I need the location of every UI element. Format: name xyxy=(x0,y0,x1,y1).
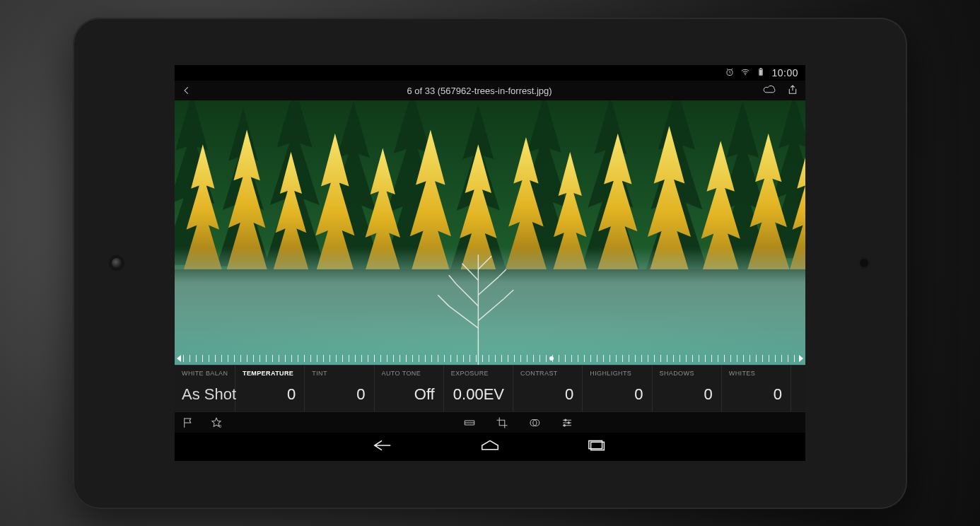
svg-point-13 xyxy=(568,421,569,423)
adjust-whites[interactable]: WHITES0 xyxy=(722,366,791,411)
adjust-value: 0 xyxy=(520,385,575,404)
adjust-value: 0.00EV xyxy=(451,385,506,404)
bottom-toolbar: 0 xyxy=(175,411,805,433)
star-rating-icon[interactable]: 0 xyxy=(210,416,223,429)
adjust-label: TEMPERATURE xyxy=(243,370,297,377)
adjust-contrast[interactable]: CONTRAST0 xyxy=(513,366,583,411)
adjust-tint[interactable]: TINT0 xyxy=(305,366,374,411)
adjust-wb[interactable]: WHITE BALANCEAs Shot xyxy=(175,366,235,411)
nav-home-button[interactable] xyxy=(475,435,505,459)
adjustment-row: WHITE BALANCEAs ShotTEMPERATURE0TINT0AUT… xyxy=(175,365,805,411)
crop-icon[interactable] xyxy=(496,416,508,429)
wifi-icon xyxy=(740,67,750,79)
adjust-label: SHADOWS xyxy=(660,370,714,377)
photo-viewport[interactable] xyxy=(175,100,805,365)
toolbar-center-group xyxy=(463,416,573,429)
adjust-highlights[interactable]: HIGHLIGHTS0 xyxy=(583,366,652,411)
tablet-frame: 10:00 6 of 33 (567962-trees-in-forrest.j… xyxy=(73,18,907,509)
svg-rect-7 xyxy=(175,247,805,365)
app-title-bar: 6 of 33 (567962-trees-in-forrest.jpg) xyxy=(175,81,805,100)
adjust-sliders-icon[interactable] xyxy=(561,416,573,429)
cloud-icon[interactable] xyxy=(763,84,777,98)
adjust-label: CONTRAST xyxy=(520,370,575,377)
svg-point-14 xyxy=(564,424,565,426)
nav-back-button[interactable] xyxy=(368,435,397,459)
adjust-label: WHITES xyxy=(729,370,783,377)
adjust-label: AUTO TONE xyxy=(382,370,436,377)
adjust-value: 0 xyxy=(660,385,714,404)
back-button[interactable] xyxy=(182,86,196,95)
photo-placeholder xyxy=(175,100,805,365)
adjust-shadows[interactable]: SHADOWS0 xyxy=(653,366,722,411)
image-title: 6 of 33 (567962-trees-in-forrest.jpg) xyxy=(196,86,763,96)
status-clock: 10:00 xyxy=(771,67,798,78)
presets-icon[interactable] xyxy=(528,416,541,429)
adjust-value: As Shot xyxy=(182,385,228,404)
flag-icon[interactable] xyxy=(182,416,194,429)
android-status-bar: 10:00 xyxy=(175,65,805,81)
svg-text:0: 0 xyxy=(219,423,222,428)
android-nav-bar xyxy=(175,433,805,461)
adjust-value: 0 xyxy=(243,385,297,404)
svg-rect-4 xyxy=(760,69,763,75)
adjust-value: 0 xyxy=(312,385,366,404)
ambient-sensor xyxy=(860,259,868,267)
adjust-label: TINT xyxy=(312,370,366,377)
adjust-label: HIGHLIGHTS xyxy=(590,370,644,377)
adjust-exposure[interactable]: EXPOSURE0.00EV xyxy=(444,366,513,411)
filmstrip-icon[interactable] xyxy=(463,416,476,429)
adjust-temp[interactable]: TEMPERATURE0 xyxy=(235,366,305,411)
svg-point-12 xyxy=(565,419,566,421)
adjust-value: 0 xyxy=(590,385,644,404)
device-screen: 10:00 6 of 33 (567962-trees-in-forrest.j… xyxy=(175,65,805,461)
adjust-autotone[interactable]: AUTO TONEOff xyxy=(375,366,444,411)
share-icon[interactable] xyxy=(787,84,798,98)
front-camera xyxy=(112,258,122,268)
svg-point-1 xyxy=(745,74,747,75)
adjust-label: EXPOSURE xyxy=(451,370,506,377)
adjust-value: 0 xyxy=(729,385,783,404)
adjust-blacks[interactable]: B xyxy=(791,366,805,411)
battery-icon xyxy=(756,67,766,79)
svg-rect-3 xyxy=(760,68,762,69)
alarm-icon xyxy=(725,67,735,79)
adjust-label: WHITE BALANCE xyxy=(182,370,228,377)
nav-recent-button[interactable] xyxy=(583,435,612,459)
adjust-value: Off xyxy=(382,385,436,404)
